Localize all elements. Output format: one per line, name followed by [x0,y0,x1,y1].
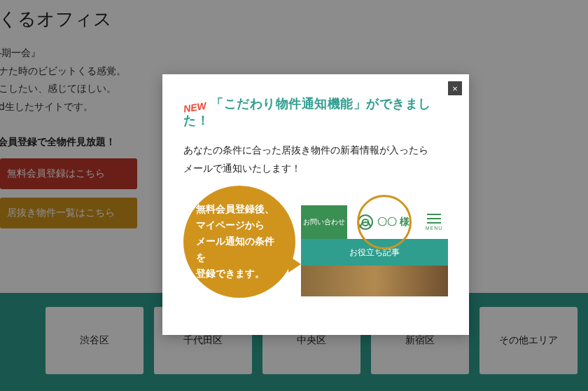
mini-menu-button: MENU [420,205,448,239]
mini-nav-bar: お役立ち記事 [301,239,448,266]
new-badge: NEW [183,100,207,115]
modal-sub-line2: メールで通知いたします！ [183,163,301,174]
speech-bubble: 無料会員登録後、 マイページから メール通知の条件を 登録できます。 [183,186,295,298]
modal-headline: 「こだわり物件通知機能」ができました！ [183,97,431,128]
modal-sub-line1: あなたの条件に合った居抜き物件の新着情報が入ったら [183,145,428,156]
speech-text: 無料会員登録後、 マイページから メール通知の条件を 登録できます。 [196,202,283,282]
mini-topbar: お問い合わせ 〇〇 様 MENU [301,205,448,239]
mini-ui-preview: お問い合わせ 〇〇 様 MENU お役立ち記事 [301,205,448,296]
user-icon [358,214,373,230]
mini-user-label: 〇〇 様 [377,216,410,228]
modal-headline-row: NEW 「こだわり物件通知機能」ができました！ [183,95,448,129]
mini-contact-button: お問い合わせ [301,205,347,239]
hamburger-icon [427,214,441,224]
close-icon: × [452,83,458,94]
close-button[interactable]: × [448,81,462,95]
modal-body: NEW 「こだわり物件通知機能」ができました！ あなたの条件に合った居抜き物件の… [162,74,469,341]
modal-illustration: 無料会員登録後、 マイページから メール通知の条件を 登録できます。 お問い合わ… [183,190,448,330]
page-root: くるオフィス -期一会』 ナた時のビビットくる感覚。 こしたい、感じてほしい。 … [0,0,588,391]
mini-menu-label: MENU [426,226,443,231]
mini-photo-strip [301,266,448,296]
modal-subtext: あなたの条件に合った居抜き物件の新着情報が入ったら メールで通知いたします！ [183,142,448,177]
feature-modal: × NEW 「こだわり物件通知機能」ができました！ あなたの条件に合った居抜き物… [162,74,469,335]
mini-user-area: 〇〇 様 [347,205,420,239]
